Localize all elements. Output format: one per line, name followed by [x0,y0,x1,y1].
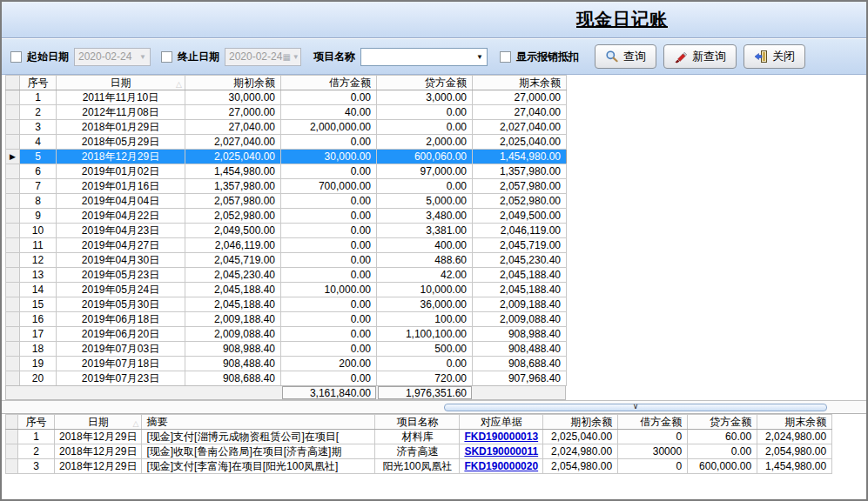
document-link[interactable]: FKD190000013 [464,431,538,443]
column-header[interactable]: 序号 [18,415,55,430]
table-cell[interactable]: 0.00 [377,105,473,120]
table-cell[interactable]: FKD190000013 [460,430,543,444]
table-cell[interactable]: 2,045,719.00 [185,253,281,268]
table-cell[interactable]: 0.00 [281,297,377,312]
table-cell[interactable]: 2,057,980.00 [473,179,567,194]
table-row[interactable]: 12011年11月10日30,000.000.003,000.0027,000.… [6,90,567,105]
column-header[interactable]: 期初余额 [543,415,618,430]
table-cell[interactable]: 908,988.40 [473,327,567,342]
table-cell[interactable]: 2019年04月22日 [57,209,185,224]
table-cell[interactable]: 14 [20,283,57,297]
table-row[interactable]: 192019年07月18日908,488.40200.000.00908,688… [6,357,567,371]
table-cell[interactable]: 2018年01月29日 [57,120,185,135]
table-cell[interactable]: 0.00 [281,164,377,179]
table-cell[interactable]: 0.00 [281,135,377,150]
table-cell[interactable]: 2018年05月29日 [57,135,185,150]
table-cell[interactable]: 720.00 [377,371,473,386]
new-query-button[interactable]: 新查询 [663,44,737,69]
table-cell[interactable]: [现金]支付[李富海]在项目[阳光100凤凰社] [142,459,375,474]
table-cell[interactable]: 2019年04月27日 [57,238,185,253]
column-header[interactable]: 贷方金额 [688,415,757,430]
table-cell[interactable]: 700,000.00 [281,179,377,194]
table-cell[interactable]: 10,000.00 [377,283,473,297]
table-cell[interactable]: 2,000,000.00 [281,120,377,135]
table-cell[interactable]: 4 [20,135,57,150]
table-row[interactable]: 152019年05月30日2,045,188.400.0036,000.002,… [6,297,567,312]
column-header[interactable]: 摘要 [142,415,375,430]
table-cell[interactable]: 2019年04月30日 [57,253,185,268]
table-cell[interactable]: 2019年05月23日 [57,268,185,283]
table-cell[interactable]: 2,045,188.40 [185,283,281,297]
table-row[interactable]: 92019年04月22日2,052,980.000.003,480.002,04… [6,209,567,224]
end-date-picker[interactable]: 2020-02-24 ▦ ▼ [225,48,301,66]
table-cell[interactable]: 2019年07月18日 [57,357,185,371]
table-row[interactable]: 12018年12月29日[现金]支付[淄博元成物资租赁公司]在项目[材料库FKD… [6,430,832,444]
table-cell[interactable]: 2,027,040.00 [185,135,281,150]
table-cell[interactable]: 阳光100凤凰社 [375,459,460,474]
table-cell[interactable]: 908,688.40 [185,371,281,386]
table-cell[interactable]: 1,454,980.00 [473,150,567,164]
splitter-bar[interactable]: ∨ [444,404,827,411]
table-cell[interactable]: [现金]支付[淄博元成物资租赁公司]在项目[ [142,430,375,444]
table-cell[interactable]: 2,052,980.00 [473,194,567,209]
table-cell[interactable]: 27,040.00 [185,120,281,135]
table-cell[interactable]: 0.00 [281,90,377,105]
table-cell[interactable]: 3,480.00 [377,209,473,224]
table-cell[interactable]: 0.00 [377,179,473,194]
table-cell[interactable]: 40.00 [281,105,377,120]
table-cell[interactable]: 2,025,040.00 [543,430,618,444]
table-cell[interactable]: 11 [20,238,57,253]
query-button[interactable]: 查询 [595,44,656,69]
table-cell[interactable]: 42.00 [377,268,473,283]
table-cell[interactable]: 600,000.00 [688,459,757,474]
table-row[interactable]: 22018年12月29日[现金]收取[鲁南公路局]在项目[济青高速]期济青高速S… [6,444,832,459]
table-cell[interactable]: 3 [18,459,55,474]
table-cell[interactable]: 10 [20,224,57,238]
table-row[interactable]: 82019年04月04日2,057,980.000.005,000.002,05… [6,194,567,209]
table-cell[interactable]: 5 [20,150,57,164]
table-cell[interactable]: 500.00 [377,342,473,357]
table-cell[interactable]: 2019年07月23日 [57,371,185,386]
table-row[interactable]: 112019年04月27日2,046,119.000.00400.002,045… [6,238,567,253]
table-cell[interactable]: 2,027,040.00 [473,120,567,135]
table-cell[interactable]: 2019年01月02日 [57,164,185,179]
table-cell[interactable]: 济青高速 [375,444,460,459]
column-header[interactable]: 序号 [20,76,57,90]
table-cell[interactable]: 2019年01月16日 [57,179,185,194]
close-button[interactable]: 关闭 [744,44,805,69]
start-date-picker[interactable]: 2020-02-24 ▼ [74,48,151,66]
table-row[interactable]: 132019年05月23日2,045,230.400.0042.002,045,… [6,268,567,283]
table-cell[interactable]: 0.00 [281,209,377,224]
table-row[interactable]: 42018年05月29日2,027,040.000.002,000.002,02… [6,135,567,150]
table-cell[interactable]: 488.60 [377,253,473,268]
collapse-arrow-icon[interactable]: ∨ [633,403,639,411]
table-cell[interactable]: 1,357,980.00 [473,164,567,179]
table-cell[interactable]: 20 [20,371,57,386]
column-header[interactable]: 贷方金额 [377,76,473,90]
table-cell[interactable]: 2,024,980.00 [543,444,618,459]
table-cell[interactable]: 2012年11月08日 [57,105,185,120]
table-row[interactable]: 202019年07月23日908,688.400.00720.00907,968… [6,371,567,386]
table-cell[interactable]: 2,009,088.40 [185,327,281,342]
table-row[interactable]: 102019年04月23日2,049,500.000.003,381.002,0… [6,224,567,238]
table-cell[interactable]: 908,488.40 [473,342,567,357]
table-cell[interactable]: 3,381.00 [377,224,473,238]
table-row[interactable]: 32018年12月29日[现金]支付[李富海]在项目[阳光100凤凰社]阳光10… [6,459,832,474]
table-cell[interactable]: 0.00 [281,312,377,327]
table-cell[interactable]: 0.00 [377,120,473,135]
table-cell[interactable]: SKD190000011 [460,444,543,459]
table-row[interactable]: ▶52018年12月29日2,025,040.0030,000.00600,06… [6,150,567,164]
table-cell[interactable]: 2019年05月30日 [57,297,185,312]
table-cell[interactable]: 2,054,980.00 [757,444,832,459]
table-cell[interactable]: 0.00 [281,268,377,283]
table-cell[interactable]: 908,488.40 [185,357,281,371]
table-cell[interactable]: 97,000.00 [377,164,473,179]
table-cell[interactable]: 0.00 [281,327,377,342]
table-cell[interactable]: 材料库 [375,430,460,444]
table-row[interactable]: 122019年04月30日2,045,719.000.00488.602,045… [6,253,567,268]
start-date-checkbox[interactable] [10,51,22,63]
table-cell[interactable]: [现金]收取[鲁南公路局]在项目[济青高速]期 [142,444,375,459]
table-cell[interactable]: 1,357,980.00 [185,179,281,194]
table-cell[interactable]: 2019年04月23日 [57,224,185,238]
column-header[interactable]: 借方金额 [618,415,688,430]
